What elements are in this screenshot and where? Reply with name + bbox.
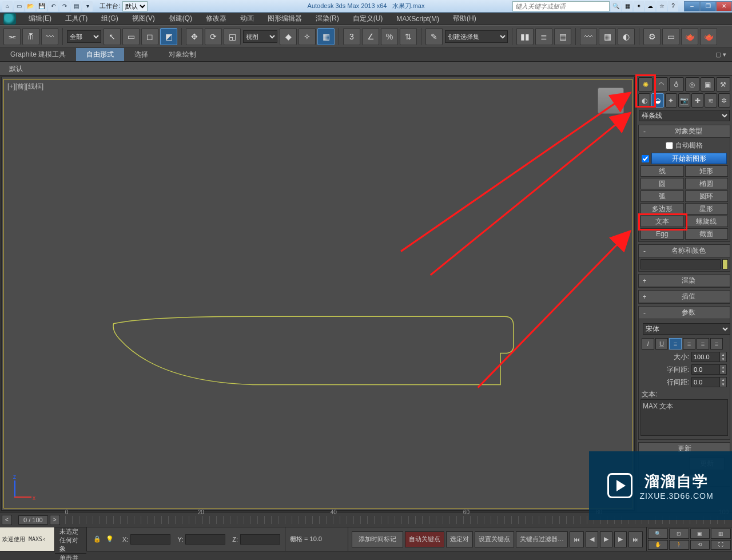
btn-rectangle[interactable]: 矩形 xyxy=(685,165,729,177)
btn-donut[interactable]: 圆环 xyxy=(685,190,729,202)
exchange-icon[interactable]: ✦ xyxy=(634,1,644,11)
btn-star[interactable]: 星形 xyxy=(685,203,729,215)
nav-zoom-extents-icon[interactable]: ▣ xyxy=(690,529,710,539)
prev-frame-icon[interactable]: ◀ xyxy=(586,531,598,547)
autokey-button[interactable]: 自动关键点 xyxy=(405,531,444,547)
render-icon[interactable]: 🫖 xyxy=(681,28,698,45)
btn-arc[interactable]: 弧 xyxy=(640,190,684,202)
tab-utilities-icon[interactable]: ⚒ xyxy=(716,77,730,92)
btn-section[interactable]: 截面 xyxy=(685,228,729,240)
tab-modify-icon[interactable]: ◠ xyxy=(654,77,668,92)
selection-filter[interactable]: 全部 xyxy=(67,30,101,43)
menu-modifiers[interactable]: 修改器 xyxy=(199,14,233,23)
shape-category-select[interactable]: 样条线 xyxy=(639,110,730,121)
render-prod-icon[interactable]: 🫖 xyxy=(700,28,717,45)
align-justify-icon[interactable]: ≡ xyxy=(710,338,723,349)
bind-spacewarp-icon[interactable]: 〰 xyxy=(41,28,58,45)
kerning-spinner[interactable]: ▲▼ xyxy=(691,364,727,375)
sub-helpers-icon[interactable]: ✚ xyxy=(691,93,703,108)
keyfilter-button[interactable]: 关键点过滤器… xyxy=(516,531,568,547)
select-link-icon[interactable]: ⫘ xyxy=(3,28,21,45)
nav-walk-icon[interactable]: 🚶 xyxy=(669,540,689,550)
snap-percent-icon[interactable]: % xyxy=(381,28,398,45)
ribbon-strip-label[interactable]: 默认 xyxy=(6,63,26,75)
sub-geometry-icon[interactable]: ◐ xyxy=(638,93,650,108)
subscription-icon[interactable]: ▦ xyxy=(622,1,632,11)
sel-dd[interactable]: 选定对 xyxy=(446,531,473,547)
align-left-icon[interactable]: ≡ xyxy=(669,338,682,349)
align-center-icon[interactable]: ≡ xyxy=(683,338,695,349)
manip-icon[interactable]: ✧ xyxy=(299,28,316,45)
play-icon[interactable]: ▶ xyxy=(600,531,612,547)
ribbon-tab-freeform[interactable]: 自由形式 xyxy=(76,48,124,61)
open-icon[interactable]: 📂 xyxy=(25,1,35,11)
coord-x[interactable] xyxy=(130,534,170,545)
undo-icon[interactable]: ↶ xyxy=(48,1,58,11)
underline-icon[interactable]: U xyxy=(655,338,668,349)
menu-create[interactable]: 创建(Q) xyxy=(162,14,199,23)
pivot-icon[interactable]: ◆ xyxy=(280,28,297,45)
maxscript-mini[interactable]: 欢迎使用 MAXS‹ xyxy=(0,527,55,551)
nav-zoom-icon[interactable]: 🔍 xyxy=(648,529,668,539)
app-menu-button[interactable]: ⌂ xyxy=(2,1,13,11)
snap-3d-icon[interactable]: 3 xyxy=(343,28,360,45)
lock-icon[interactable]: 🔒 xyxy=(92,535,103,543)
text-input[interactable] xyxy=(640,399,728,436)
material-editor-icon[interactable]: ◐ xyxy=(618,28,635,45)
btn-ngon[interactable]: 多边形 xyxy=(640,203,684,215)
ribbon-tab-objpaint[interactable]: 对象绘制 xyxy=(158,48,206,61)
goto-start-icon[interactable]: ⏮ xyxy=(570,531,584,547)
named-sel-edit-icon[interactable]: ✎ xyxy=(425,28,443,45)
menu-help[interactable]: 帮助(H) xyxy=(446,14,483,23)
render-frame-icon[interactable]: ▭ xyxy=(662,28,679,45)
btn-ellipse[interactable]: 椭圆 xyxy=(685,178,729,189)
sub-spacewarps-icon[interactable]: ≋ xyxy=(705,93,717,108)
named-sel-sets[interactable]: 创建选择集 xyxy=(445,30,508,43)
tab-hierarchy-icon[interactable]: ♁ xyxy=(669,77,683,92)
favorite-icon[interactable]: ☆ xyxy=(657,1,667,11)
redo-icon[interactable]: ↷ xyxy=(59,1,70,11)
size-spinner[interactable]: ▲▼ xyxy=(691,352,727,362)
close-button[interactable]: ✕ xyxy=(716,1,732,11)
menu-group[interactable]: 组(G) xyxy=(94,14,125,23)
coord-z[interactable] xyxy=(240,534,280,545)
save-icon[interactable]: 💾 xyxy=(37,1,47,11)
project-icon[interactable]: ▤ xyxy=(71,1,81,11)
unlink-icon[interactable]: ⫚ xyxy=(22,28,39,45)
next-frame-icon[interactable]: ▶ xyxy=(614,531,627,547)
coord-y[interactable] xyxy=(185,534,225,545)
menu-maxscript[interactable]: MAXScript(M) xyxy=(389,15,446,23)
maximize-button[interactable]: ❐ xyxy=(700,1,716,11)
ribbon-tab-select[interactable]: 选择 xyxy=(124,48,158,61)
sub-shapes-icon[interactable]: ◒ xyxy=(651,93,663,108)
menu-render[interactable]: 渲染(R) xyxy=(309,14,346,23)
community-icon[interactable]: ☁ xyxy=(645,1,655,11)
sub-lights-icon[interactable]: ✦ xyxy=(665,93,677,108)
nav-maxtoggle-icon[interactable]: ⛶ xyxy=(711,540,731,550)
align-right-icon[interactable]: ≡ xyxy=(697,338,709,349)
leading-spinner[interactable]: ▲▼ xyxy=(691,377,727,387)
goto-end-icon[interactable]: ⏭ xyxy=(628,531,643,547)
nav-pan-icon[interactable]: ✋ xyxy=(648,540,668,550)
select-byname-icon[interactable]: ▭ xyxy=(122,28,140,45)
search-input[interactable] xyxy=(512,1,610,11)
help-icon[interactable]: ? xyxy=(668,1,678,11)
menu-views[interactable]: 视图(V) xyxy=(125,14,162,23)
workspace-select[interactable]: 默认 xyxy=(122,1,148,11)
layers-icon[interactable]: ▤ xyxy=(554,28,571,45)
menu-grapheditors[interactable]: 图形编辑器 xyxy=(261,14,309,23)
max-logo-icon[interactable] xyxy=(3,13,16,25)
qat-dropdown-icon[interactable]: ▾ xyxy=(82,1,93,11)
tab-display-icon[interactable]: ▣ xyxy=(701,77,715,92)
minimize-button[interactable]: – xyxy=(684,1,700,11)
timeslider-back-icon[interactable]: < xyxy=(2,515,12,525)
btn-helix[interactable]: 螺旋线 xyxy=(685,216,729,227)
ribbon-pin-icon[interactable]: ▢ ▾ xyxy=(715,51,726,58)
frame-readout[interactable]: 0 / 100 xyxy=(18,515,48,525)
menu-tools[interactable]: 工具(T) xyxy=(58,14,94,23)
btn-line[interactable]: 线 xyxy=(640,165,684,177)
btn-egg[interactable]: Egg xyxy=(640,228,684,240)
ribbon-tab-graphite[interactable]: Graphite 建模工具 xyxy=(0,48,76,61)
startnew-button[interactable]: 开始新图形 xyxy=(651,153,727,164)
rotate-icon[interactable]: ⟳ xyxy=(205,28,222,45)
